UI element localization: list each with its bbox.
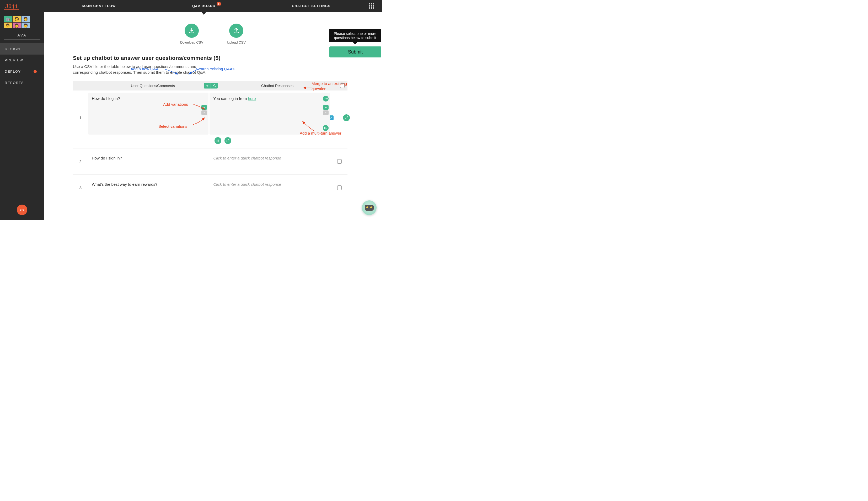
upload-csv-label: Upload CSV xyxy=(227,40,246,44)
header-answers: Chatbot Responses xyxy=(218,84,337,88)
answer-text: You can log in from xyxy=(213,96,248,101)
question-variation-controls xyxy=(202,105,207,115)
sidebar: 🤖 🧑 👩 👨 👩 🧑 AVA DESIGN PREVIEW DEPLOY RE… xyxy=(0,12,44,220)
submit-tooltip: Please select one or more questions belo… xyxy=(329,29,381,42)
answer-placeholder: Click to enter a quick chatbot response xyxy=(214,182,281,186)
question-text: How do I sign in? xyxy=(92,156,122,160)
table-row: 1 How do I log in? You can log in from h… xyxy=(73,90,347,148)
table-row: 2 How do I sign in? Click to enter a qui… xyxy=(73,148,347,175)
upload-csv[interactable]: Upload CSV xyxy=(227,24,246,44)
header-questions: User Questions/Comments xyxy=(88,84,218,88)
robot-icon xyxy=(365,205,374,211)
svg-point-2 xyxy=(217,140,217,140)
deploy-status-dot xyxy=(34,70,37,73)
add-multiturn-button[interactable] xyxy=(323,125,328,131)
submit-button[interactable]: Submit xyxy=(329,46,381,57)
download-csv-label: Download CSV xyxy=(180,40,203,44)
select-answer-variation-button[interactable] xyxy=(323,110,328,115)
svg-point-3 xyxy=(217,140,217,141)
search-qa-button[interactable] xyxy=(211,83,218,88)
answer-placeholder: Click to enter a quick chatbot response xyxy=(214,156,281,160)
answer-cell[interactable]: You can log in from here →A xyxy=(209,93,330,135)
sidebar-item-deploy-label: DEPLOY xyxy=(5,70,21,73)
answer-format-chips xyxy=(215,137,231,144)
apps-grid-icon[interactable] xyxy=(369,3,377,9)
answer-cell[interactable]: Click to enter a quick chatbot response xyxy=(210,177,330,199)
tab-qa-board-label: Q&A BOARD xyxy=(192,4,216,8)
brand-logo[interactable]: Jüji xyxy=(0,2,44,10)
upload-csv-icon xyxy=(229,24,243,38)
svg-point-0 xyxy=(214,85,215,86)
question-cell[interactable]: How do I log in? xyxy=(88,93,209,135)
row-number: 2 xyxy=(73,148,88,174)
row-checkbox[interactable] xyxy=(337,185,342,190)
content: Set up chatbot to answer user questions/… xyxy=(44,44,382,201)
header-center-controls xyxy=(204,83,218,88)
answer-link[interactable]: here xyxy=(248,96,256,101)
row-number: 3 xyxy=(73,175,88,201)
page-subtitle: Use a CSV file or the table below to add… xyxy=(73,64,220,75)
select-variation-button[interactable] xyxy=(202,110,207,115)
sidebar-item-design[interactable]: DESIGN xyxy=(0,43,44,55)
topbar: Jüji MAIN CHAT FLOW Q&A BOARD 5 CHATBOT … xyxy=(0,0,382,12)
code-fab-button[interactable]: </> xyxy=(17,205,27,215)
chat-widget-fab[interactable] xyxy=(362,200,377,215)
add-qa-button[interactable] xyxy=(204,83,211,88)
bot-name: AVA xyxy=(4,33,40,40)
row-number: 1 xyxy=(73,90,88,145)
download-csv[interactable]: Download CSV xyxy=(180,24,203,44)
qa-board-badge: 5 xyxy=(217,2,221,6)
question-cell[interactable]: How do I sign in? xyxy=(88,151,209,172)
answer-cell[interactable]: Click to enter a quick chatbot response xyxy=(210,151,330,172)
select-all-checkbox[interactable] xyxy=(340,83,345,88)
submit-button-label: Submit xyxy=(348,49,363,55)
question-cell[interactable]: What's the best way to earn rewards? xyxy=(88,177,209,199)
add-variation-button[interactable] xyxy=(202,105,207,110)
sidebar-item-deploy[interactable]: DEPLOY xyxy=(0,66,44,77)
merge-question-button[interactable]: →A xyxy=(323,96,328,102)
tab-main-chat-flow[interactable]: MAIN CHAT FLOW xyxy=(81,4,118,8)
sidebar-item-reports[interactable]: REPORTS xyxy=(0,77,44,88)
tab-chatbot-settings[interactable]: CHATBOT SETTINGS xyxy=(290,4,332,8)
list-format-icon[interactable] xyxy=(215,137,221,144)
question-text: What's the best way to earn rewards? xyxy=(92,182,158,186)
tab-qa-board[interactable]: Q&A BOARD 5 xyxy=(191,4,217,8)
row-checkbox[interactable] xyxy=(337,159,342,164)
download-csv-icon xyxy=(185,24,199,38)
brand-logo-text: Jüji xyxy=(4,2,19,10)
main-content-area: Download CSV Upload CSV Set up chatbot t… xyxy=(44,12,382,220)
collapse-row-button[interactable] xyxy=(343,114,350,121)
question-text: How do I log in? xyxy=(92,96,120,101)
table-header: User Questions/Comments Chatbot Response… xyxy=(73,81,347,90)
answer-variation-controls xyxy=(323,105,328,115)
page-title: Set up chatbot to answer user questions/… xyxy=(73,55,353,61)
row-side-controls: ✓ xyxy=(331,90,347,145)
qa-table: User Questions/Comments Chatbot Response… xyxy=(73,81,347,201)
avatar-grid[interactable]: 🤖 🧑 👩 👨 👩 🧑 xyxy=(0,12,44,33)
code-icon: </> xyxy=(20,208,25,212)
sidebar-item-preview[interactable]: PREVIEW xyxy=(0,55,44,66)
top-tabs: MAIN CHAT FLOW Q&A BOARD 5 CHATBOT SETTI… xyxy=(44,4,369,8)
table-row: 3 What's the best way to earn rewards? C… xyxy=(73,175,347,201)
add-answer-variation-button[interactable] xyxy=(323,105,328,110)
link-format-icon[interactable] xyxy=(225,137,231,144)
svg-point-4 xyxy=(217,141,217,142)
